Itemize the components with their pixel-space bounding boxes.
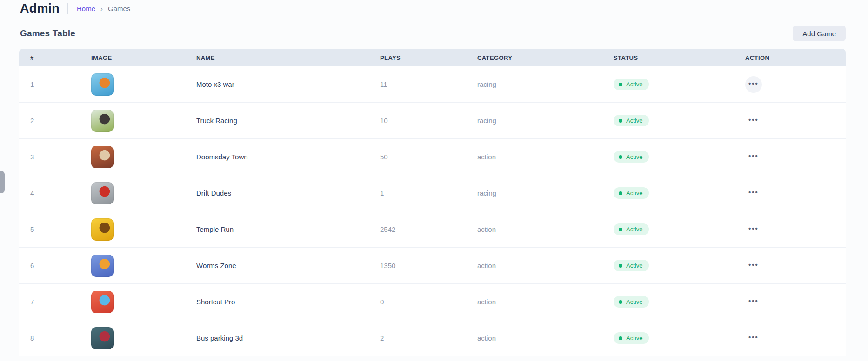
row-status-cell: Active (602, 260, 734, 271)
status-dot-icon (619, 119, 622, 123)
shortcut-pro-thumbnail (91, 291, 114, 313)
row-actions-button[interactable]: ••• (745, 149, 762, 165)
game-category: racing (466, 80, 602, 88)
game-plays: 10 (369, 117, 466, 125)
row-actions-button[interactable]: ••• (745, 76, 762, 93)
game-plays: 1350 (369, 262, 466, 269)
row-status-cell: Active (602, 79, 734, 90)
status-label: Active (626, 226, 642, 233)
top-bar: Admin Home › Games (0, 0, 868, 16)
status-label: Active (626, 117, 642, 124)
row-actions-button[interactable]: ••• (745, 294, 762, 310)
row-image-cell (80, 73, 185, 96)
game-plays: 2542 (369, 225, 466, 233)
row-image-cell (80, 291, 185, 313)
row-image-cell (80, 110, 185, 132)
status-dot-icon (619, 300, 622, 304)
game-plays: 1 (369, 189, 466, 197)
games-table: # IMAGE NAME PLAYS CATEGORY STATUS ACTIO… (19, 49, 846, 356)
section-header: Games Table Add Game (20, 26, 846, 41)
game-name: Doomsday Town (185, 153, 369, 161)
row-image-cell (80, 146, 185, 168)
table-row: 7 Shortcut Pro 0 action Active ••• (19, 284, 846, 320)
row-index: 1 (19, 80, 80, 88)
row-action-cell: ••• (734, 112, 846, 129)
status-label: Active (626, 298, 642, 305)
row-index: 5 (19, 225, 80, 233)
status-label: Active (626, 153, 642, 160)
column-header-name: NAME (185, 54, 369, 61)
game-name: Bus parking 3d (185, 334, 369, 342)
game-name: Temple Run (185, 225, 369, 233)
status-dot-icon (619, 336, 622, 340)
column-header-action: ACTION (734, 54, 846, 61)
row-status-cell: Active (602, 187, 734, 199)
row-index: 3 (19, 153, 80, 161)
row-image-cell (80, 327, 185, 349)
game-category: action (466, 298, 602, 306)
doomsday-town-thumbnail (91, 146, 114, 168)
table-row: 3 Doomsday Town 50 action Active ••• (19, 139, 846, 175)
status-label: Active (626, 81, 642, 88)
row-status-cell: Active (602, 151, 734, 163)
row-index: 4 (19, 189, 80, 197)
game-name: Drift Dudes (185, 189, 369, 197)
status-dot-icon (619, 191, 622, 195)
status-dot-icon (619, 155, 622, 159)
temple-run-thumbnail (91, 218, 114, 241)
table-row: 6 Worms Zone 1350 action Active ••• (19, 248, 846, 284)
worms-zone-thumbnail (91, 255, 114, 277)
left-scrollbar-thumb[interactable] (0, 171, 5, 193)
breadcrumb: Home › Games (77, 5, 130, 13)
row-index: 8 (19, 334, 80, 342)
game-plays: 11 (369, 80, 466, 88)
status-dot-icon (619, 264, 622, 268)
row-index: 2 (19, 117, 80, 125)
title-divider (67, 3, 68, 14)
game-category: action (466, 225, 602, 233)
row-action-cell: ••• (734, 294, 846, 310)
row-actions-button[interactable]: ••• (745, 221, 762, 238)
row-action-cell: ••• (734, 185, 846, 202)
status-label: Active (626, 190, 642, 197)
game-category: action (466, 334, 602, 342)
game-plays: 2 (369, 334, 466, 342)
game-category: action (466, 262, 602, 269)
row-action-cell: ••• (734, 330, 846, 347)
game-plays: 0 (369, 298, 466, 306)
row-action-cell: ••• (734, 76, 846, 93)
add-game-button[interactable]: Add Game (793, 26, 846, 41)
breadcrumb-current: Games (108, 5, 130, 13)
row-status-cell: Active (602, 332, 734, 344)
row-action-cell: ••• (734, 221, 846, 238)
row-index: 7 (19, 298, 80, 306)
breadcrumb-home-link[interactable]: Home (77, 5, 95, 13)
table-row: 5 Temple Run 2542 action Active ••• (19, 211, 846, 248)
row-image-cell (80, 218, 185, 241)
game-category: action (466, 153, 602, 161)
section-title: Games Table (20, 28, 75, 39)
table-header-row: # IMAGE NAME PLAYS CATEGORY STATUS ACTIO… (19, 49, 846, 66)
drift-dudes-thumbnail (91, 182, 114, 204)
status-badge: Active (614, 260, 649, 271)
game-name: Worms Zone (185, 262, 369, 269)
table-row: 4 Drift Dudes 1 racing Active ••• (19, 175, 846, 211)
row-actions-button[interactable]: ••• (745, 185, 762, 202)
status-label: Active (626, 335, 642, 341)
page-title: Admin (20, 1, 60, 16)
moto-x3-war-thumbnail (91, 73, 114, 96)
chevron-right-icon: › (100, 5, 103, 13)
game-name: Moto x3 war (185, 80, 369, 88)
row-actions-button[interactable]: ••• (745, 330, 762, 347)
game-plays: 50 (369, 153, 466, 161)
row-actions-button[interactable]: ••• (745, 257, 762, 274)
table-body: 1 Moto x3 war 11 racing Active ••• 2 Tru… (19, 66, 846, 356)
status-label: Active (626, 262, 642, 269)
row-image-cell (80, 255, 185, 277)
status-badge: Active (614, 187, 649, 199)
row-status-cell: Active (602, 296, 734, 308)
table-row: 1 Moto x3 war 11 racing Active ••• (19, 66, 846, 103)
row-image-cell (80, 182, 185, 204)
column-header-index: # (19, 54, 80, 61)
row-actions-button[interactable]: ••• (745, 112, 762, 129)
